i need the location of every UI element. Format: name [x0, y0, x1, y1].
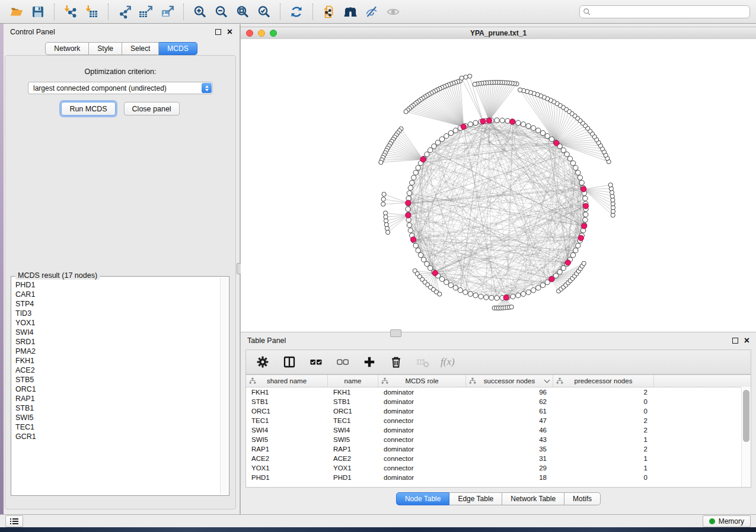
list-item[interactable]: TEC1: [15, 422, 219, 432]
memory-button[interactable]: Memory: [703, 515, 751, 527]
export-network-icon: [117, 5, 132, 19]
list-item[interactable]: PHD1: [15, 280, 219, 290]
open-folder-icon: [9, 5, 24, 19]
list-item[interactable]: YOX1: [15, 318, 219, 328]
close-table-panel-icon[interactable]: ×: [744, 337, 749, 344]
column-header-shared-name[interactable]: shared name: [246, 375, 328, 387]
list-item[interactable]: STP4: [15, 299, 219, 309]
list-item[interactable]: FKH1: [15, 356, 219, 366]
tab-network-table[interactable]: Network Table: [502, 492, 564, 505]
tab-motifs[interactable]: Motifs: [564, 492, 601, 505]
zoom-fit-button[interactable]: [234, 3, 251, 21]
table-row[interactable]: FKH1FKH1dominator962: [246, 387, 751, 397]
function-builder-button[interactable]: f(x): [441, 356, 455, 368]
cell-mcds_role: dominator: [378, 427, 466, 434]
tab-select[interactable]: Select: [122, 42, 159, 55]
list-item[interactable]: STB5: [15, 375, 219, 384]
refresh-button[interactable]: [288, 3, 305, 21]
hide-details-button[interactable]: [363, 3, 381, 21]
run-mcds-button[interactable]: Run MCDS: [61, 102, 115, 116]
tab-mcds[interactable]: MCDS: [159, 42, 197, 55]
table-row[interactable]: PHD1PHD1dominator180: [246, 473, 751, 482]
list-item[interactable]: TID3: [15, 309, 219, 318]
export-image-button[interactable]: [158, 3, 176, 21]
list-item[interactable]: CAR1: [15, 290, 219, 299]
network-canvas[interactable]: [241, 39, 756, 332]
result-list-scrollbar[interactable]: [220, 278, 228, 494]
settings-gear-button[interactable]: [254, 353, 272, 371]
tab-node-table[interactable]: Node Table: [396, 492, 450, 505]
maximize-window-icon[interactable]: [270, 30, 277, 37]
network-graph[interactable]: [241, 39, 756, 332]
open-folder-button[interactable]: [8, 3, 25, 21]
list-item[interactable]: SRD1: [15, 337, 219, 347]
list-item[interactable]: RAP1: [15, 394, 219, 403]
column-header-name[interactable]: name: [328, 375, 378, 387]
duplicate-network-button[interactable]: [320, 3, 338, 21]
export-network-button[interactable]: [116, 3, 133, 21]
delete-row-button[interactable]: [387, 353, 405, 371]
zoom-in-button[interactable]: [191, 3, 209, 21]
cell-name: PHD1: [328, 474, 378, 481]
table-scrollbar[interactable]: [741, 387, 751, 487]
float-panel-icon[interactable]: [215, 29, 221, 35]
network-window-titlebar[interactable]: YPA_prune.txt_1: [241, 27, 756, 40]
columns-button[interactable]: [280, 353, 298, 371]
task-history-button[interactable]: [5, 515, 23, 527]
list-item[interactable]: ACE2: [15, 366, 219, 375]
add-row-button[interactable]: [361, 353, 378, 371]
desktop-wallpaper-bottom: [0, 527, 756, 532]
table-row[interactable]: SWI5SWI5connector431: [246, 435, 751, 444]
table-row[interactable]: TEC1TEC1connector472: [246, 416, 751, 425]
table-scrollbar-thumb[interactable]: [743, 390, 749, 442]
list-item[interactable]: PMA2: [15, 347, 219, 356]
tab-style[interactable]: Style: [89, 42, 122, 55]
minimize-window-icon[interactable]: [258, 30, 265, 37]
list-item[interactable]: SWI4: [15, 328, 219, 337]
cell-successor_nodes: 31: [466, 455, 553, 462]
export-table-button[interactable]: [137, 3, 155, 21]
toolbar-separator: [280, 4, 280, 20]
table-row[interactable]: ORC1ORC1dominator610: [246, 406, 751, 416]
column-header-MCDS-role[interactable]: MCDS role: [378, 375, 466, 387]
cell-successor_nodes: 29: [466, 464, 553, 472]
table-row[interactable]: ACE2ACE2connector311: [246, 454, 751, 463]
save-icon: [31, 5, 45, 19]
tab-edge-table[interactable]: Edge Table: [449, 492, 502, 505]
column-header-predecessor-nodes[interactable]: predecessor nodes: [553, 375, 654, 387]
import-network-button[interactable]: [62, 3, 79, 21]
optimization-criterion-select[interactable]: largest connected component (undirected): [28, 82, 213, 94]
list-item[interactable]: ORC1: [15, 384, 219, 394]
cell-shared_name: SWI4: [246, 427, 328, 434]
table-body: FKH1FKH1dominator962STB1STB1dominator620…: [246, 387, 751, 482]
cell-mcds_role: dominator: [378, 398, 466, 405]
zoom-selected-button[interactable]: [255, 3, 273, 21]
close-panel-icon[interactable]: ×: [227, 28, 232, 36]
list-item[interactable]: SWI5: [15, 413, 219, 422]
close-panel-button[interactable]: Close panel: [124, 102, 180, 116]
float-table-panel-icon[interactable]: [732, 338, 738, 344]
zoom-out-button[interactable]: [212, 3, 230, 21]
show-details-button[interactable]: [384, 3, 402, 21]
dropdown-stepper-icon[interactable]: [202, 83, 212, 93]
column-label: MCDS role: [405, 377, 438, 384]
select-all-button[interactable]: [307, 353, 325, 371]
search-text-field[interactable]: [591, 7, 747, 17]
delete-table-button[interactable]: [414, 353, 432, 371]
table-row[interactable]: RAP1RAP1dominator352: [246, 444, 751, 454]
close-window-icon[interactable]: [246, 30, 253, 37]
tab-network[interactable]: Network: [45, 42, 89, 55]
import-table-button[interactable]: [83, 3, 101, 21]
deselect-all-button[interactable]: [334, 353, 352, 371]
find-binoculars-button[interactable]: [342, 3, 359, 21]
list-item[interactable]: STB1: [15, 403, 219, 413]
cell-name: SWI4: [328, 427, 378, 434]
search-input[interactable]: [579, 5, 750, 18]
column-header-successor-nodes[interactable]: successor nodes: [466, 375, 553, 387]
cell-mcds_role: dominator: [378, 389, 466, 396]
save-button[interactable]: [29, 3, 47, 21]
list-item[interactable]: GCR1: [15, 432, 219, 441]
table-row[interactable]: YOX1YOX1connector291: [246, 463, 751, 473]
table-row[interactable]: SWI4SWI4dominator462: [246, 425, 751, 435]
table-row[interactable]: STB1STB1dominator620: [246, 397, 751, 406]
